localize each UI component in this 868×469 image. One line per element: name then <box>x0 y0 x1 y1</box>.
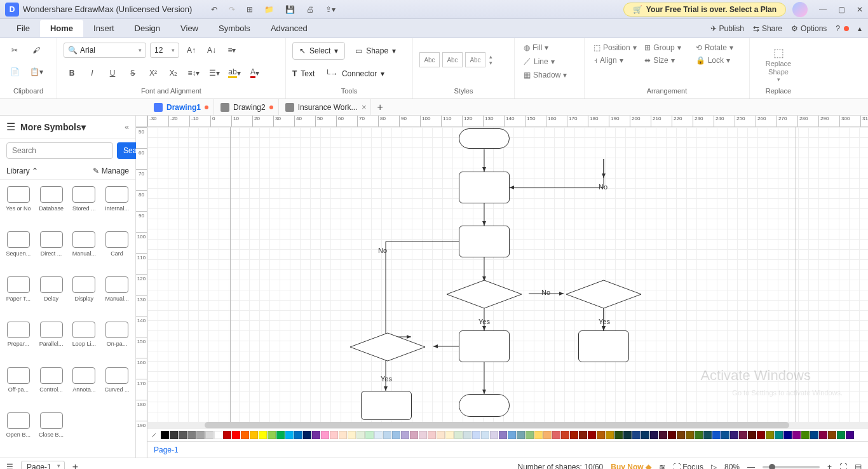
tab-insurance[interactable]: Insurance Work...× <box>279 99 371 115</box>
color-swatch[interactable] <box>526 431 534 439</box>
outline-view-icon[interactable]: ☰ <box>6 463 13 470</box>
color-swatch[interactable] <box>401 431 409 439</box>
color-swatch[interactable] <box>437 431 445 439</box>
copy-icon[interactable]: 📄 <box>6 64 23 80</box>
close-icon[interactable]: ✕ <box>857 5 863 14</box>
buy-now-link[interactable]: Buy Now ◆ <box>611 463 651 470</box>
redo-icon[interactable]: ↷ <box>229 5 235 14</box>
presentation-icon[interactable]: ▷ <box>711 463 717 470</box>
font-size-select[interactable]: 12▾ <box>150 43 179 58</box>
menu-insert[interactable]: Insert <box>83 20 125 37</box>
strike-icon[interactable]: S̶ <box>125 65 141 81</box>
color-swatch[interactable] <box>730 431 738 439</box>
color-swatch[interactable] <box>686 431 694 439</box>
shape-stencil[interactable]: Open B... <box>3 410 34 454</box>
color-swatch[interactable] <box>419 431 427 439</box>
flow-decision-3[interactable] <box>349 332 426 362</box>
color-swatch[interactable] <box>757 431 765 439</box>
flow-process-2[interactable] <box>459 226 510 257</box>
color-swatch[interactable] <box>721 431 729 439</box>
color-swatch[interactable] <box>179 431 187 439</box>
line-spacing-icon[interactable]: ≡↕▾ <box>186 65 202 81</box>
zoom-slider[interactable] <box>763 466 820 468</box>
color-swatch[interactable] <box>775 431 783 439</box>
shape-stencil[interactable]: Paper T... <box>3 274 34 318</box>
color-swatch[interactable] <box>846 431 854 439</box>
undo-icon[interactable]: ↶ <box>211 5 217 14</box>
color-swatch[interactable] <box>597 431 605 439</box>
focus-toggle[interactable]: ⛶ Focus <box>673 463 703 470</box>
position-button[interactable]: ⬚ Position▾ <box>591 42 641 53</box>
color-swatch[interactable] <box>614 431 623 439</box>
minimize-icon[interactable]: — <box>819 5 827 14</box>
tab-drawing2[interactable]: Drawing2 <box>214 99 279 115</box>
library-manage[interactable]: ✎ Manage <box>93 167 129 175</box>
trial-banner[interactable]: 🛒 Your Free Trial is over. Select a Plan <box>623 3 786 17</box>
font-color-icon[interactable]: A▾ <box>247 65 263 81</box>
shape-stencil[interactable]: Delay <box>36 274 67 318</box>
color-swatch[interactable] <box>668 431 676 439</box>
align-button[interactable]: ⫞ Align▾ <box>591 55 641 66</box>
color-swatch[interactable] <box>374 431 383 439</box>
color-swatch[interactable] <box>223 431 231 439</box>
format-painter-icon[interactable]: 🖌 <box>28 42 44 58</box>
color-swatch[interactable] <box>170 431 178 439</box>
color-swatch[interactable] <box>543 431 552 439</box>
text-tool[interactable]: T Text <box>292 69 315 78</box>
save-icon[interactable]: 💾 <box>285 5 295 14</box>
style-down-icon[interactable]: ▾ <box>489 60 492 66</box>
collapse-ribbon-icon[interactable]: ▴ <box>858 24 862 33</box>
subscript-icon[interactable]: X₂ <box>165 65 182 81</box>
shape-stencil[interactable]: Yes or No <box>3 184 34 228</box>
rotate-button[interactable]: ⟲ Rotate▾ <box>693 42 743 53</box>
color-swatch[interactable] <box>677 431 685 439</box>
maximize-icon[interactable]: ▢ <box>838 5 845 14</box>
color-swatch[interactable] <box>383 431 391 439</box>
shape-stencil[interactable]: Manual... <box>101 274 133 318</box>
color-swatch[interactable] <box>588 431 596 439</box>
color-swatch[interactable] <box>766 431 774 439</box>
open-icon[interactable]: 📁 <box>264 5 274 14</box>
decrease-font-icon[interactable]: A↓ <box>203 42 220 58</box>
shape-stencil[interactable]: Internal... <box>101 184 133 228</box>
zoom-in-icon[interactable]: + <box>827 463 832 470</box>
layers-icon[interactable]: ≋ <box>659 463 665 470</box>
color-swatch[interactable] <box>214 431 222 439</box>
flow-process-1[interactable] <box>459 172 510 203</box>
fill-button[interactable]: ◍ Fill ▾ <box>521 42 578 53</box>
color-swatch[interactable] <box>792 431 801 439</box>
flow-decision-2[interactable] <box>566 280 642 309</box>
flow-process-5[interactable] <box>361 391 412 420</box>
shape-stencil[interactable]: Curved ... <box>101 365 133 409</box>
color-swatch[interactable] <box>196 431 205 439</box>
paste-icon[interactable]: 📋▾ <box>28 64 44 80</box>
drawing-canvas[interactable]: No No No Yes Yes Yes Activate Windows Go… <box>147 127 868 428</box>
options-button[interactable]: ⚙ Options <box>791 24 827 33</box>
color-swatch[interactable] <box>241 431 249 439</box>
flow-terminator-end[interactable] <box>459 394 510 417</box>
new-icon[interactable]: ⊞ <box>247 5 253 14</box>
eyedropper-icon[interactable]: ⟋ <box>150 431 158 440</box>
export-icon[interactable]: ⇪▾ <box>325 5 336 14</box>
color-swatch[interactable] <box>561 431 569 439</box>
publish-button[interactable]: ✈ Publish <box>710 24 744 33</box>
menu-home[interactable]: Home <box>40 20 83 37</box>
help-button[interactable]: ? <box>836 24 849 33</box>
color-swatch[interactable] <box>285 431 294 439</box>
color-swatch[interactable] <box>454 431 463 439</box>
menu-symbols[interactable]: Symbols <box>208 20 261 37</box>
color-swatch[interactable] <box>392 431 400 439</box>
shape-stencil[interactable]: Close B... <box>36 410 67 454</box>
sidebar-collapse-icon[interactable]: « <box>125 123 129 132</box>
shape-stencil[interactable]: On-pa... <box>101 319 133 363</box>
color-swatch[interactable] <box>428 431 436 439</box>
select-tool[interactable]: ↖ Select ▾ <box>292 42 345 60</box>
connector-tool[interactable]: └→ Connector ▾ <box>325 69 384 78</box>
shape-stencil[interactable]: Annota... <box>69 365 100 409</box>
highlight-icon[interactable]: ab▾ <box>226 65 243 81</box>
shape-stencil[interactable]: Card <box>101 229 133 273</box>
flow-terminator-start[interactable] <box>459 128 510 149</box>
shape-stencil[interactable]: Loop Li... <box>69 319 100 363</box>
color-swatch[interactable] <box>356 431 365 439</box>
fit-page-icon[interactable]: ⛶ <box>839 463 847 470</box>
